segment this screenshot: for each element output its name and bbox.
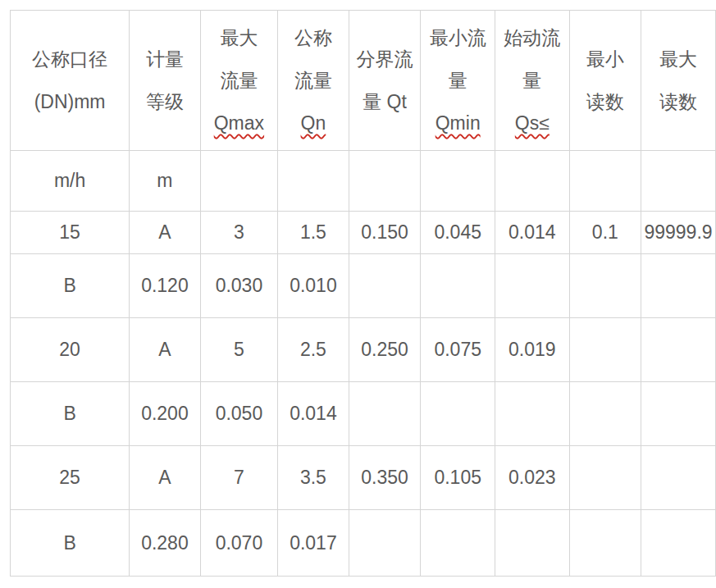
header-line-misspelled: Qmax [201, 102, 277, 144]
empty-cell [421, 510, 495, 577]
table-row: 25A73.50.3500.1050.023 [11, 446, 716, 510]
data-cell: 3.5 [278, 446, 349, 510]
header-cell-grade: 计量等级 [130, 11, 201, 151]
header-line-misspelled: Qs≤ [495, 102, 569, 144]
empty-cell [495, 151, 570, 212]
header-cell-min-reading: 最小读数 [569, 11, 641, 151]
data-cell: 1.5 [278, 212, 349, 254]
header-cell-max-reading: 最大读数 [641, 11, 716, 151]
header-line-misspelled: Qmin [421, 102, 495, 144]
data-cell: 0.014 [278, 382, 349, 446]
data-cell: 3 [200, 212, 277, 254]
data-cell: 7 [200, 446, 277, 510]
empty-cell [569, 254, 641, 318]
data-cell: 99999.9 [641, 212, 716, 254]
data-cell: 0.045 [421, 212, 495, 254]
header-line: 流量 [278, 59, 349, 102]
data-cell: 0.050 [200, 382, 277, 446]
header-cell-qn: 公称流量Qn [278, 11, 349, 151]
data-cell: 0.070 [200, 510, 277, 577]
data-cell: 0.030 [200, 254, 277, 318]
header-line: 等级 [130, 80, 200, 123]
header-line: 公称口径 [11, 38, 129, 80]
header-line: 最小 [570, 38, 641, 80]
header-row: 公称口径(DN)mm计量等级最大流量Qmax公称流量Qn分界流量 Qt最小流量Q… [11, 11, 716, 151]
header-cell-qmax: 最大流量Qmax [200, 11, 277, 151]
empty-cell [641, 382, 716, 446]
empty-cell [421, 254, 495, 318]
data-cell: 0.075 [421, 318, 495, 382]
data-cell: 0.250 [349, 318, 421, 382]
data-cell: 20 [11, 318, 130, 382]
data-cell: 0.017 [278, 510, 349, 577]
water-meter-spec-table-wrap: 公称口径(DN)mm计量等级最大流量Qmax公称流量Qn分界流量 Qt最小流量Q… [10, 10, 716, 577]
header-cell-dn: 公称口径(DN)mm [11, 11, 130, 151]
data-cell: 0.014 [495, 212, 570, 254]
data-cell: A [130, 446, 201, 510]
data-cell: 0.280 [130, 510, 201, 577]
data-cell: 0.019 [495, 318, 570, 382]
empty-cell [569, 446, 641, 510]
empty-cell [278, 151, 349, 212]
empty-cell [349, 382, 421, 446]
empty-cell [641, 510, 716, 577]
data-cell: 0.010 [278, 254, 349, 318]
header-line: 公称 [278, 16, 349, 59]
header-line: 最大 [641, 38, 715, 80]
data-cell: 5 [200, 318, 277, 382]
data-cell: 0.1 [569, 212, 641, 254]
header-line-misspelled: Qn [278, 102, 349, 144]
spec-table-body: m/hm15A31.50.1500.0450.0140.199999.9B0.1… [11, 151, 716, 577]
empty-cell [421, 151, 495, 212]
header-line: 分界流 [349, 38, 421, 80]
empty-cell [495, 510, 570, 577]
data-cell: 25 [11, 446, 130, 510]
table-row: B0.1200.0300.010 [11, 254, 716, 318]
empty-cell [349, 510, 421, 577]
data-cell: B [11, 254, 130, 318]
empty-cell [569, 382, 641, 446]
empty-cell [495, 382, 570, 446]
empty-cell [641, 446, 716, 510]
header-line: 最小流 [421, 16, 495, 59]
empty-cell [349, 254, 421, 318]
header-line: 量 [421, 59, 495, 102]
header-line: 读数 [570, 80, 641, 123]
table-row: B0.2800.0700.017 [11, 510, 716, 577]
empty-cell [569, 151, 641, 212]
data-cell: 0.023 [495, 446, 570, 510]
header-line: 计量 [130, 38, 200, 80]
data-cell: 2.5 [278, 318, 349, 382]
header-line: 量 [495, 59, 569, 102]
data-cell: 0.120 [130, 254, 201, 318]
empty-cell [421, 382, 495, 446]
table-row: 15A31.50.1500.0450.0140.199999.9 [11, 212, 716, 254]
header-cell-qmin: 最小流量Qmin [421, 11, 495, 151]
data-cell: 15 [11, 212, 130, 254]
header-line: (DN)mm [11, 80, 129, 123]
empty-cell [641, 151, 716, 212]
empty-cell [641, 254, 716, 318]
header-line: 最大 [201, 16, 277, 59]
data-cell: 0.105 [421, 446, 495, 510]
empty-cell [569, 318, 641, 382]
empty-cell [569, 510, 641, 577]
data-cell: 0.150 [349, 212, 421, 254]
data-cell: m [130, 151, 201, 212]
data-cell: 0.350 [349, 446, 421, 510]
header-cell-qs: 始动流量Qs≤ [495, 11, 570, 151]
data-cell: B [11, 382, 130, 446]
spec-table-header: 公称口径(DN)mm计量等级最大流量Qmax公称流量Qn分界流量 Qt最小流量Q… [11, 11, 716, 151]
empty-cell [641, 318, 716, 382]
data-cell: A [130, 212, 201, 254]
table-row: 20A52.50.2500.0750.019 [11, 318, 716, 382]
header-line: 量 Qt [349, 80, 421, 123]
header-cell-qt: 分界流量 Qt [349, 11, 421, 151]
data-cell: B [11, 510, 130, 577]
empty-cell [200, 151, 277, 212]
table-row: B0.2000.0500.014 [11, 382, 716, 446]
table-row: m/hm [11, 151, 716, 212]
header-line: 读数 [641, 80, 715, 123]
empty-cell [495, 254, 570, 318]
water-meter-spec-table: 公称口径(DN)mm计量等级最大流量Qmax公称流量Qn分界流量 Qt最小流量Q… [10, 10, 716, 577]
